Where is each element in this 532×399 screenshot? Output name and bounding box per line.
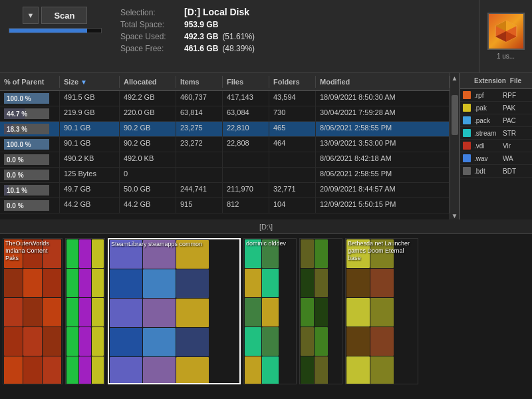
- th-pct: % of Parent: [0, 76, 60, 88]
- td-items: 23,272: [176, 137, 223, 152]
- dropdown-button[interactable]: ▼: [23, 7, 39, 24]
- td-folders: 465: [269, 122, 316, 136]
- td-pct: 44.7 %: [0, 106, 60, 121]
- treemap-cell: [4, 356, 23, 384]
- ext-row[interactable]: .pack PAC: [460, 114, 532, 127]
- td-alloc: 44.2 GB: [120, 198, 176, 213]
- treemap-cell: [79, 239, 91, 268]
- treemap-cell: [346, 356, 370, 384]
- treemap-cell: [43, 239, 61, 268]
- treemap-cell: [79, 327, 91, 356]
- ext-row[interactable]: .wav WA: [460, 152, 532, 165]
- ext-row[interactable]: .rpf RPF: [460, 89, 532, 102]
- table-row[interactable]: 0.0 % 490.2 KB492.0 KB8/06/2021 8:42:18 …: [0, 152, 450, 168]
- treemap-cell: [346, 269, 370, 297]
- td-pct: 0.0 %: [0, 198, 60, 213]
- td-modified: 12/09/2021 5:50:15 PM: [316, 198, 450, 213]
- treemap-cell: [143, 269, 176, 298]
- th-files: Files: [223, 76, 269, 88]
- treemap-cell: [346, 327, 370, 356]
- table-row[interactable]: 100.0 % 491.5 GB492.2 GB460,737417,14343…: [0, 91, 450, 106]
- td-folders: 464: [269, 137, 316, 152]
- treemap-cell: [301, 298, 314, 327]
- space-free-value: 461.6 GB: [184, 44, 218, 53]
- treemap-cell: [4, 269, 23, 297]
- treemap-block[interactable]: TheOuterWorlds Indiana Content Paks: [3, 238, 63, 384]
- ext-file: WA: [501, 154, 531, 163]
- td-pct: 100.0 %: [0, 137, 60, 152]
- ext-row[interactable]: .pak PAK: [460, 102, 532, 114]
- ext-th-file: File: [508, 76, 531, 86]
- td-size: 219.9 GB: [60, 106, 120, 121]
- scrollbar[interactable]: ▲ ▼: [450, 73, 459, 219]
- treemap-cell: [262, 356, 279, 384]
- treemap-cell: [315, 239, 328, 268]
- treemap-block[interactable]: [65, 238, 105, 384]
- space-used-pct: (51.61%): [222, 32, 255, 41]
- ext-row[interactable]: .stream STR: [460, 127, 532, 140]
- td-pct: 0.0 %: [0, 152, 60, 167]
- scrollbar-thumb[interactable]: [452, 95, 458, 135]
- scan-button[interactable]: Scan: [41, 7, 87, 24]
- th-items: Items: [176, 76, 223, 88]
- table-row[interactable]: 44.7 % 219.9 GB220.0 GB63,81463,08473030…: [0, 106, 450, 122]
- ext-file: Vir: [501, 142, 531, 150]
- treemap-cell: [23, 269, 42, 297]
- ext-name: .rpf: [472, 91, 501, 100]
- treemap-cell: [245, 356, 261, 384]
- treemap-block[interactable]: [299, 238, 342, 384]
- treemap-section: TheOuterWorlds Indiana Content PaksSteam…: [0, 234, 532, 399]
- treemap-cell: [301, 356, 314, 384]
- td-folders: 104: [269, 198, 316, 213]
- ext-body: .rpf RPF .pak PAK .pack PAC .stream STR …: [460, 89, 532, 178]
- treemap-inner: [66, 239, 104, 384]
- td-folders: [269, 168, 316, 182]
- td-alloc: 220.0 GB: [120, 106, 176, 121]
- table-row[interactable]: 10.1 % 49.7 GB50.0 GB244,741211,97032,77…: [0, 183, 450, 198]
- ext-color-swatch: [463, 91, 471, 99]
- table-row[interactable]: 18.3 % 90.1 GB90.2 GB23,27522,8104658/06…: [0, 122, 450, 137]
- table-row[interactable]: 0.0 % 125 Bytes08/06/2021 2:58:55 PM: [0, 168, 450, 183]
- table-body[interactable]: 100.0 % 491.5 GB492.2 GB460,737417,14343…: [0, 91, 450, 219]
- td-pct: 10.1 %: [0, 183, 60, 198]
- td-modified: 13/09/2021 3:53:00 PM: [316, 137, 450, 152]
- ext-color-swatch: [463, 142, 471, 150]
- treemap-cell: [143, 299, 176, 327]
- ext-color-swatch: [463, 154, 471, 162]
- treemap-inner: [3, 239, 62, 384]
- td-items: 244,741: [176, 183, 223, 198]
- ext-row[interactable]: .bdt BDT: [460, 165, 532, 178]
- treemap-block[interactable]: SteamLibrary steamapps common: [108, 238, 241, 384]
- td-items: 23,275: [176, 122, 223, 136]
- ext-name: .pak: [472, 104, 501, 112]
- th-alloc: Allocated: [120, 76, 176, 88]
- table-row[interactable]: 100.0 % 90.1 GB90.2 GB23,27222,80846413/…: [0, 137, 450, 152]
- path-value: [D:\]: [259, 223, 273, 231]
- space-used-label: Space Used:: [120, 32, 180, 41]
- progress-bar-container: [9, 28, 102, 33]
- ext-name: .bdt: [472, 167, 501, 176]
- td-folders: 43,594: [269, 91, 316, 106]
- td-alloc: 492.0 KB: [120, 152, 176, 167]
- td-files: 22,808: [223, 137, 269, 152]
- treemap-cell: [43, 298, 61, 327]
- selection-value: [D:] Local Disk: [184, 7, 249, 17]
- td-items: 63,814: [176, 106, 223, 121]
- td-items: 915: [176, 198, 223, 213]
- td-alloc: 492.2 GB: [120, 91, 176, 106]
- table-row[interactable]: 0.0 % 44.2 GB44.2 GB91581210412/09/2021 …: [0, 198, 450, 213]
- th-size: Size ▼: [60, 76, 120, 88]
- treemap-block[interactable]: dominic olddev: [243, 238, 297, 384]
- ext-color-swatch: [463, 104, 471, 112]
- space-free-pct: (48.39%): [222, 44, 255, 53]
- sort-icon: ▼: [80, 78, 87, 86]
- treemap-cell: [346, 298, 370, 327]
- td-alloc: 90.2 GB: [120, 137, 176, 152]
- treemap-block[interactable]: Bethesda.net Launcher games Doom Eternal…: [345, 238, 418, 384]
- treemap-cell: [79, 269, 91, 297]
- treemap-cell: [370, 239, 394, 268]
- ext-row[interactable]: .vdi Vir: [460, 140, 532, 152]
- ext-th-color: [462, 76, 472, 86]
- top-bar: ▼ Scan Selection: [D:] Local Disk Total …: [0, 0, 532, 73]
- treemap-cell: [110, 328, 142, 356]
